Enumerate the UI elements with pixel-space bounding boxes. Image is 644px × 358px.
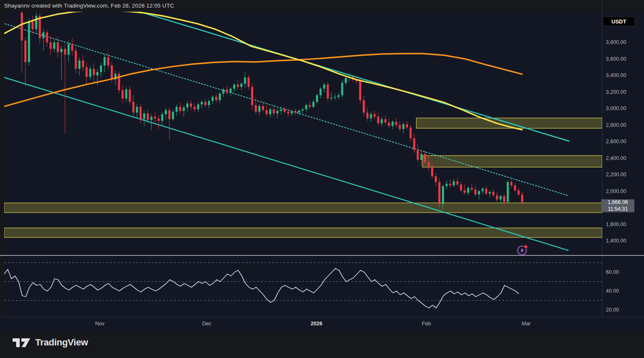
price-tick-2200: 2,200.00	[606, 172, 626, 178]
candle-body	[442, 186, 444, 204]
rsi-tick-60: 60.00	[606, 269, 619, 275]
candle-body	[276, 111, 278, 113]
lightning-bolt-icon	[520, 248, 524, 253]
rsi-pane[interactable]	[4, 263, 602, 308]
candle-body	[129, 90, 131, 102]
candle-body	[312, 102, 314, 107]
price-tick-2000: 2,000.00	[606, 188, 626, 194]
candle-body	[341, 83, 343, 95]
candle-body	[233, 85, 235, 89]
candle-body	[467, 188, 469, 193]
candle-body	[424, 154, 426, 162]
candle-body	[301, 109, 304, 111]
candle-body	[269, 109, 271, 114]
candle-body	[208, 101, 210, 105]
candle-body	[265, 110, 267, 114]
left-margin	[0, 0, 4, 330]
price-tick-1600: 1,600.00	[606, 221, 626, 227]
candle-body	[370, 114, 372, 118]
price-tick-3400: 3,400.00	[606, 72, 626, 78]
candle-body	[64, 49, 66, 55]
bar-countdown: 11:54:31	[601, 206, 634, 213]
candle-body	[226, 90, 228, 93]
tradingview-brand: TradingView	[35, 337, 88, 348]
candle-body	[438, 182, 440, 204]
candle-body	[132, 102, 135, 113]
rsi-tick-20: 20.00	[606, 307, 619, 313]
candle-body	[247, 77, 249, 87]
candle-body	[237, 85, 239, 87]
candle-body	[215, 97, 217, 100]
candle-body	[431, 167, 433, 176]
candle-body	[143, 113, 145, 119]
quote-currency-button[interactable]: USDT	[603, 17, 635, 26]
tradingview-chart-window: Shayannv created with TradingView.com, F…	[0, 0, 644, 358]
candle-body	[345, 78, 347, 83]
price-axis[interactable]: 3,800.003,600.003,400.003,200.003,000.00…	[602, 0, 644, 317]
candle-body	[435, 176, 437, 182]
time-tick-Dec: Dec	[202, 321, 211, 327]
candle-body	[392, 122, 394, 126]
candle-body	[294, 111, 296, 113]
candle-body	[421, 154, 423, 160]
candle-body	[201, 102, 203, 104]
candle-body	[194, 107, 196, 109]
channel-upper-trendline[interactable]	[140, 12, 569, 141]
candle-body	[154, 117, 156, 118]
channel-midline-dotted[interactable]	[5, 24, 568, 196]
candle-body	[255, 105, 257, 112]
candle-body	[204, 102, 206, 105]
price-tick-3600: 3,600.00	[606, 56, 626, 62]
pane-separator[interactable]	[0, 255, 644, 256]
candle-body	[283, 109, 286, 112]
candle-body	[49, 42, 52, 49]
candle-body	[316, 95, 318, 102]
time-axis[interactable]: NovDec2026FebMar	[0, 317, 644, 330]
candle-body	[190, 103, 192, 107]
candle-body	[319, 89, 322, 95]
candle-body	[165, 110, 167, 114]
candle-body	[24, 41, 26, 62]
candle-body	[273, 109, 275, 113]
candle-body	[417, 150, 419, 160]
candle-body	[42, 32, 44, 38]
price-tick-3200: 3,200.00	[606, 89, 626, 95]
support-zone-1500	[4, 228, 602, 237]
candle-body	[291, 111, 293, 113]
candle-body	[402, 124, 405, 129]
candle-body	[212, 97, 214, 101]
candle-body	[503, 196, 505, 202]
candle-body	[334, 97, 336, 98]
footer-brand[interactable]: TradingView	[12, 336, 88, 349]
candle-body	[89, 69, 91, 77]
price-tick-2600: 2,600.00	[606, 139, 626, 144]
support-zone-1800	[4, 203, 602, 213]
candle-body	[496, 195, 498, 199]
candle-body	[478, 191, 480, 195]
candle-body	[57, 42, 59, 52]
candle-body	[471, 188, 473, 190]
candle-body	[158, 118, 160, 121]
candle-body	[172, 112, 174, 119]
candle-body	[406, 124, 408, 128]
tradingview-logo-icon	[12, 336, 31, 349]
candle-body	[381, 119, 383, 124]
candle-body	[258, 106, 260, 112]
candle-body	[323, 85, 325, 89]
flash-alert-icon[interactable]	[516, 244, 529, 256]
last-price-badge: 1,866.06 11:54:31	[601, 199, 634, 212]
candle-body	[147, 113, 149, 120]
price-tick-2400: 2,400.00	[606, 155, 626, 161]
candle-body	[68, 44, 70, 55]
candle-body	[410, 127, 412, 138]
candle-body	[82, 60, 84, 67]
chart-attribution: Shayannv created with TradingView.com, F…	[4, 3, 174, 9]
candle-body	[222, 90, 224, 94]
price-pane[interactable]	[4, 12, 602, 250]
price-chart[interactable]	[0, 0, 644, 358]
candle-body	[229, 89, 231, 93]
candle-body	[280, 109, 282, 111]
candle-body	[327, 85, 329, 99]
candle-body	[75, 51, 77, 69]
candle-body	[517, 191, 519, 195]
